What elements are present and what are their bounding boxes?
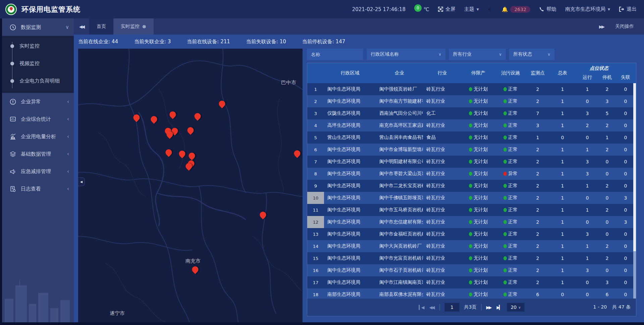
logout-button[interactable]: 退出 [619, 6, 637, 12]
sidebar-item-realtime-monitoring[interactable]: 实时监控 [2, 37, 74, 55]
region-cell: 南部生态环境局 [324, 288, 376, 299]
sidebar-item-enterprise-statistics[interactable]: 企业综合统计 ‹ [2, 110, 74, 128]
table-scrollbar[interactable] [633, 83, 636, 299]
industry-cell: 砖瓦行业 [423, 168, 462, 180]
column-header-industry: 行业 [423, 63, 462, 83]
plan-status-cell: 无计划 [462, 276, 495, 288]
tab-home[interactable]: 首页 [89, 18, 113, 35]
table-row[interactable]: 17阆中生态环境局阆中市江南镇阆南页岩砖瓦行业无计划正常21030 [307, 276, 636, 288]
table-row[interactable]: 8阆中生态环境局阆中市枣碧大梁山页岩砖瓦行业无计划异常21300 [307, 168, 636, 180]
company-cell: 阆中市南方节能建材有 [376, 95, 423, 107]
running-cell: 2 [576, 119, 599, 131]
industry-cell: 砖瓦行业 [423, 228, 462, 240]
notifications[interactable]: 🔔 2632 [502, 6, 530, 13]
industry-cell: 砖瓦行业 [423, 288, 462, 299]
company-cell: 阆中市二龙长宝页岩砖 [376, 180, 423, 192]
sidebar-item-enterprise-anomaly[interactable]: 企业异常 ‹ [2, 93, 74, 110]
table-row[interactable]: 18南部生态环境局南部县双佛水泥有限公砖瓦行业无计划正常60060 [307, 288, 636, 299]
industry-cell: 食品 [423, 131, 462, 144]
plan-status-cell: 无计划 [462, 131, 495, 144]
page-size-select[interactable]: 20 ∨ [507, 303, 524, 312]
last-page-button[interactable]: ▶▎ [496, 305, 502, 310]
theme-dropdown[interactable]: 主题 ▼ [464, 6, 479, 12]
mute-speaker-button[interactable] [488, 7, 493, 12]
region-select[interactable]: 行政区域名称 ∨ [367, 49, 445, 60]
table-row[interactable]: 11阆中生态环境局阆中市五马桥页岩机砖砖瓦行业无计划正常21120 [307, 204, 636, 216]
table-row[interactable]: 4高坪生态环境局南充市高坪区王家店建砖瓦行业无计划正常31220 [307, 119, 636, 131]
org-dropdown[interactable]: 南充市生态环境局 ▼ [565, 6, 610, 12]
row-number-cell: 5 [307, 131, 324, 144]
prev-page-button[interactable]: ◀◀ [429, 305, 435, 310]
table-row[interactable]: 2阆中生态环境局阆中市南方节能建材有砖瓦行业无计划正常21030 [307, 95, 636, 107]
status-select[interactable]: 所有状态 ∨ [509, 49, 554, 60]
points-cell: 2 [526, 83, 549, 95]
table-row[interactable]: 15阆中生态环境局阆中市光富页岩机砖厂砖瓦行业无计划正常21120 [307, 252, 636, 264]
table-row[interactable]: 10阆中生态环境局阆中千佛镇五郎垭页岩砖瓦行业无计划正常21003 [307, 192, 636, 204]
stats-bar: 当前在线企业: 44 当前失联企业: 3 当前在线设备: 211 当前失联设备:… [78, 35, 644, 49]
table-row[interactable]: 5营山生态环境局营山县润丰肉食品有限食品无计划正常10010 [307, 131, 636, 144]
region-cell: 阆中生态环境局 [324, 264, 376, 276]
points-cell: 7 [526, 107, 549, 119]
row-number-cell: 17 [307, 276, 324, 288]
points-cell: 2 [526, 276, 549, 288]
meters-cell: 1 [549, 180, 576, 192]
company-cell: 阆中市忠信建材有限公 [376, 216, 423, 228]
table-row[interactable]: 1阆中生态环境局阆中强锐页岩砖厂砖瓦行业无计划正常21120 [307, 83, 636, 95]
company-cell: 营山县润丰肉食品有限 [376, 131, 423, 144]
meters-cell: 1 [549, 216, 576, 228]
stopped-cell: 0 [599, 156, 615, 168]
table-row[interactable]: 6阆中生态环境局阆中市金博瑞新型墙材砖瓦行业无计划正常21120 [307, 144, 636, 156]
plan-status-cell: 无计划 [462, 119, 495, 131]
page-number-input[interactable] [445, 303, 460, 312]
facility-status-cell: 正常 [495, 180, 526, 192]
help-button[interactable]: 帮助 [539, 6, 556, 12]
plan-status-cell: 无计划 [462, 180, 495, 192]
alert-circle-icon [9, 99, 16, 105]
table-row[interactable]: 9阆中生态环境局阆中市二龙长宝页岩砖砖瓦行业无计划正常21120 [307, 180, 636, 192]
sidebar-item-base-data-management[interactable]: 基础数据管理 ‹ [2, 145, 74, 163]
first-page-button[interactable]: ▎◀ [419, 305, 425, 310]
lost-cell: 0 [615, 228, 636, 240]
sidebar-item-power-load-detail[interactable]: 企业电力负荷明细 [2, 72, 74, 90]
status-dot-icon [469, 99, 472, 103]
status-dot-icon [469, 292, 472, 296]
scrollbar-thumb[interactable] [633, 83, 636, 251]
sidebar-item-power-usage-analysis[interactable]: 企业用电量分析 ‹ [2, 128, 74, 145]
facility-status-cell: 正常 [495, 144, 526, 156]
table-row[interactable]: 13阆中生态环境局阆中市金福旺页岩机砖砖瓦行业无计划正常21300 [307, 228, 636, 240]
map-panel[interactable]: 巴中市南充市遂宁市 ◀ [78, 49, 303, 322]
facility-status-cell: 正常 [495, 240, 526, 252]
meters-cell: 1 [549, 95, 576, 107]
sidebar-item-video-monitoring[interactable]: 视频监控 [2, 55, 74, 72]
company-cell: 阆中市金福旺页岩机砖 [376, 228, 423, 240]
name-search-input[interactable] [307, 49, 363, 60]
fullscreen-icon [438, 7, 443, 12]
close-tab-icon[interactable]: ⊗ [142, 24, 146, 29]
table-row[interactable]: 3仪陇生态环境局西南油气田分公司川中化工无计划正常71350 [307, 107, 636, 119]
sidebar-item-log-view[interactable]: 日志查看 ‹ [2, 180, 74, 198]
table-row[interactable]: 16阆中生态环境局阆中市石子页岩机砖厂砖瓦行业无计划正常21300 [307, 264, 636, 276]
fullscreen-button[interactable]: 全屏 [438, 6, 455, 12]
meters-cell: 1 [549, 144, 576, 156]
chevron-down-icon: ▼ [608, 8, 610, 11]
close-operations-button[interactable]: 关闭操作 [615, 23, 634, 30]
running-cell: 0 [576, 131, 599, 144]
sidebar-item-data-monitoring[interactable]: 数据监测 ∨ [2, 18, 74, 36]
region-cell: 阆中生态环境局 [324, 168, 376, 180]
stopped-cell: 2 [599, 252, 615, 264]
table-row[interactable]: 7阆中生态环境局阆中明阳建材有限公司砖瓦行业无计划正常21300 [307, 156, 636, 168]
map-city-label: 南充市 [185, 258, 201, 264]
plan-status-cell: 无计划 [462, 95, 495, 107]
tabs-scroll-left-button[interactable]: ◀◀ [74, 24, 89, 29]
tab-realtime-monitoring[interactable]: 实时监控 ⊗ [113, 18, 154, 35]
next-page-button[interactable]: ▶▶ [486, 305, 492, 310]
industry-select[interactable]: 所有行业 ∨ [449, 49, 506, 60]
tabs-scroll-right-button[interactable]: ▶▶ [599, 24, 604, 29]
sidebar-item-emergency-reduction[interactable]: 应急减排管理 ‹ [2, 163, 74, 180]
map-collapse-button[interactable]: ◀ [78, 177, 85, 186]
total-pages-label: 共3页 [464, 304, 477, 310]
meters-cell: 1 [549, 107, 576, 119]
industry-cell: 砖瓦行业 [423, 83, 462, 95]
table-row[interactable]: 12阆中生态环境局阆中市忠信建材有限公砖瓦行业无计划正常21003 [307, 216, 636, 228]
table-row[interactable]: 14阆中生态环境局阆中大兴页岩机砖厂砖瓦行业无计划正常21120 [307, 240, 636, 252]
